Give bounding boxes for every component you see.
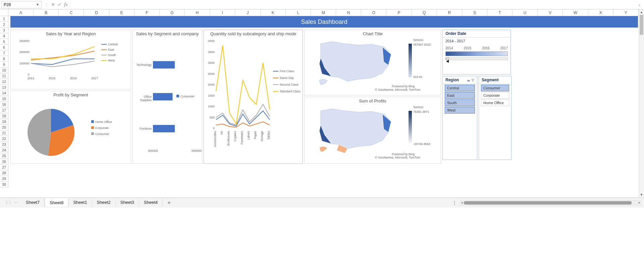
col-header[interactable]: X (588, 9, 613, 16)
formula-input[interactable] (70, 1, 636, 8)
sheet-tab[interactable]: Sheet2 (92, 198, 116, 207)
col-header[interactable]: E (109, 9, 135, 16)
sheet-tab[interactable]: Sheet7 (21, 198, 45, 207)
row-header[interactable]: 18 (0, 113, 8, 119)
tab-more-icon[interactable]: ⋯ (14, 201, 18, 205)
col-header[interactable]: A (8, 9, 34, 16)
expand-formula-icon[interactable]: ⌄ (636, 3, 643, 6)
chevron-down-icon: ▼ (36, 3, 39, 6)
row-header[interactable]: 10 (0, 68, 8, 73)
col-header[interactable]: F (135, 9, 160, 16)
row-header[interactable]: 26 (0, 159, 8, 165)
col-header[interactable]: T (487, 9, 513, 16)
row-header[interactable]: 13 (0, 85, 8, 90)
row-header[interactable]: 16 (0, 102, 8, 107)
col-header[interactable]: R (437, 9, 462, 16)
row-header[interactable]: 1 (0, 16, 8, 22)
row-header[interactable]: 27 (0, 165, 8, 170)
col-header[interactable]: V (538, 9, 563, 16)
tab-options-icon[interactable]: ⋮ (449, 200, 460, 206)
slicer-item[interactable]: Corporate (481, 92, 509, 99)
col-header[interactable]: S (462, 9, 487, 16)
col-header[interactable]: D (84, 9, 109, 16)
col-header[interactable]: O (361, 9, 386, 16)
col-header[interactable]: N (336, 9, 361, 16)
timeline-bar[interactable] (445, 51, 508, 56)
sheet-tab[interactable]: Sheet1 (68, 198, 92, 207)
col-header[interactable]: P (386, 9, 412, 16)
name-box[interactable]: P28 ▼ (1, 1, 42, 8)
row-header[interactable]: 11 (0, 73, 8, 79)
timeline-scroll[interactable]: ◂ (445, 57, 508, 60)
chart-profit-segment[interactable]: Profit by Segment Home OfficeCorporateCo… (10, 91, 131, 164)
col-header[interactable]: I (210, 9, 235, 16)
row-header[interactable]: 24 (0, 147, 8, 153)
col-header[interactable]: W (563, 9, 588, 16)
slicer-item[interactable]: East (445, 92, 475, 99)
row-header[interactable]: 25 (0, 153, 8, 159)
row-header[interactable]: 22 (0, 136, 8, 142)
sheet-tab[interactable]: Sheet8 (45, 198, 68, 207)
row-header[interactable]: 3 (0, 28, 8, 33)
row-header[interactable]: 2 (0, 22, 8, 28)
select-all-corner[interactable] (0, 9, 8, 16)
col-header[interactable]: Q (412, 9, 437, 16)
sheet-tab[interactable]: Sheet3 (116, 198, 139, 207)
row-header[interactable]: 23 (0, 142, 8, 147)
row-header[interactable]: 8 (0, 56, 8, 62)
cancel-icon[interactable]: ✕ (51, 2, 55, 7)
row-header[interactable]: 12 (0, 79, 8, 85)
slicer-region[interactable]: Region ⅏▽ CentralEastSouthWest (442, 76, 477, 160)
vertical-scrollbar[interactable]: ▲ ▼ (639, 9, 644, 197)
col-header[interactable]: L (286, 9, 311, 16)
chart-map-sales[interactable]: Chart Title Series1 457687.6315 919.91 P… (304, 30, 441, 95)
slicer-item[interactable]: Central (445, 85, 475, 91)
row-header[interactable]: 30 (0, 182, 8, 187)
slicer-item[interactable]: South (445, 99, 475, 106)
chart-sales-segment-company[interactable]: Sales by Segment and company TechnologyO… (132, 30, 202, 164)
row-header[interactable]: 9 (0, 62, 8, 68)
col-header[interactable]: H (185, 9, 210, 16)
col-header[interactable]: B (34, 9, 59, 16)
row-header[interactable]: 5 (0, 39, 8, 45)
slicer-item[interactable]: West (445, 107, 475, 114)
row-header[interactable]: 21 (0, 130, 8, 136)
slicer-item[interactable]: Home Office (481, 99, 509, 106)
col-header[interactable]: M (311, 9, 336, 16)
row-header[interactable]: 14 (0, 90, 8, 96)
slicer-segment[interactable]: Segment ConsumerCorporateHome Office (479, 76, 512, 160)
col-header[interactable]: G (160, 9, 185, 16)
chart-map-profits[interactable]: Sum of Profits Series1 76381.3871 -25729… (304, 97, 441, 164)
col-header[interactable]: U (513, 9, 538, 16)
multiselect-icon[interactable]: ⅏ (467, 78, 470, 82)
col-header[interactable]: C (59, 9, 84, 16)
row-header[interactable]: 17 (0, 107, 8, 113)
horizontal-scrollbar[interactable]: ◂▸ (460, 201, 641, 205)
row-header[interactable]: 7 (0, 50, 8, 56)
row-header[interactable]: 6 (0, 45, 8, 50)
svg-text:300000: 300000 (148, 149, 158, 152)
accept-icon[interactable]: ✓ (58, 2, 61, 7)
slicer-order-date[interactable]: Order Date 2014 - 2017 2014201520162017 … (442, 30, 511, 75)
clear-filter-icon[interactable]: ▽ (472, 78, 474, 82)
chart-sales-year-region[interactable]: Sales by Year and Region 010000020000030… (10, 30, 131, 89)
row-header[interactable]: 28 (0, 170, 8, 176)
tab-next-icon[interactable]: 〉 (9, 200, 13, 205)
svg-text:© GeoNames, Microsoft, TomTom: © GeoNames, Microsoft, TomTom (375, 156, 420, 159)
col-header[interactable]: K (261, 9, 286, 16)
tab-prev-icon[interactable]: 〈 (4, 200, 8, 205)
sheet-tab[interactable]: Sheet4 (139, 198, 163, 207)
fx-icon[interactable]: fx (64, 2, 68, 7)
row-header[interactable]: 4 (0, 33, 8, 39)
row-header[interactable]: 15 (0, 96, 8, 102)
row-header[interactable]: 29 (0, 176, 8, 182)
row-header[interactable]: 19 (0, 119, 8, 125)
chart-quantity-subcategory[interactable]: Quantity sold by subcategory and ship mo… (204, 30, 303, 164)
col-header[interactable]: Y (613, 9, 639, 16)
slicer-item[interactable]: Consumer (481, 85, 509, 91)
cell-grid[interactable]: Sales Dashboard Sales by Year and Region… (8, 16, 639, 197)
col-header[interactable]: J (235, 9, 260, 16)
add-sheet-button[interactable]: + (163, 200, 174, 206)
formula-bar: P28 ▼ ⋮ ✕ ✓ fx ⌄ (0, 0, 644, 9)
row-header[interactable]: 20 (0, 125, 8, 130)
